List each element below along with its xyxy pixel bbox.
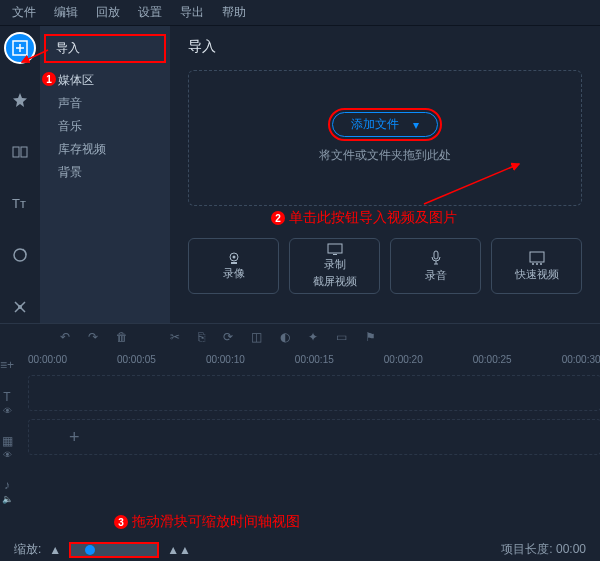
time-mark: 00:00:05: [117, 354, 156, 365]
card-label: 录音: [425, 268, 447, 283]
filters-tool-icon[interactable]: [4, 84, 36, 116]
svg-rect-9: [328, 244, 342, 253]
menu-file[interactable]: 文件: [12, 4, 36, 21]
menu-help[interactable]: 帮助: [222, 4, 246, 21]
split-icon[interactable]: ⎘: [198, 330, 205, 344]
card-label: 快速视频: [515, 267, 559, 282]
sidebar-item-sound[interactable]: 声音: [58, 92, 170, 115]
crop-icon[interactable]: ◫: [251, 330, 262, 344]
left-toolbar: Tт: [0, 26, 40, 323]
timeline-track[interactable]: [28, 375, 600, 411]
svg-rect-10: [333, 254, 337, 255]
audio-track-header[interactable]: ♪🔈: [2, 478, 13, 504]
svg-rect-8: [231, 262, 237, 264]
drop-zone[interactable]: 添加文件 ▾ 将文件或文件夹拖到此处 2 单击此按钮导入视频及图片: [188, 70, 582, 206]
annotation-hint-2: 3 拖动滑块可缩放时间轴视图: [114, 513, 586, 531]
svg-point-14: [536, 263, 538, 265]
annotation-hint-2-text: 拖动滑块可缩放时间轴视图: [132, 513, 300, 531]
bottom-bar: 3 拖动滑块可缩放时间轴视图 缩放: ▲ ▲▲ 项目长度: 00:00: [0, 505, 600, 561]
more-tools-icon[interactable]: [4, 291, 36, 323]
time-mark: 00:00:10: [206, 354, 245, 365]
track-headers: ≡+ T👁 ▦👁 ♪🔈: [0, 350, 14, 505]
project-length-value: 00:00: [556, 542, 586, 556]
timeline-track[interactable]: +: [28, 419, 600, 455]
add-file-label: 添加文件: [351, 116, 399, 133]
svg-point-13: [532, 263, 534, 265]
card-label: 录像: [223, 266, 245, 281]
sidebar-item-music[interactable]: 音乐: [58, 115, 170, 138]
drop-hint-text: 将文件或文件夹拖到此处: [319, 147, 451, 164]
delete-icon[interactable]: 🗑: [116, 330, 128, 344]
transitions-tool-icon[interactable]: [4, 136, 36, 168]
zoom-out-icon[interactable]: ▲: [49, 543, 61, 557]
zoom-knob[interactable]: [85, 545, 95, 555]
menu-settings[interactable]: 设置: [138, 4, 162, 21]
screen-icon: [327, 243, 343, 255]
record-audio-card[interactable]: 录音: [390, 238, 481, 294]
add-clip-icon[interactable]: +: [69, 427, 80, 448]
side-panel-header-label: 导入: [56, 41, 80, 55]
sidebar-item-stock[interactable]: 库存视频: [58, 138, 170, 161]
svg-point-5: [18, 305, 22, 309]
rotate-icon[interactable]: ⟳: [223, 330, 233, 344]
annotation-hint-1: 2 单击此按钮导入视频及图片: [271, 209, 457, 227]
svg-point-7: [232, 255, 235, 258]
mic-icon: [430, 250, 442, 266]
svg-rect-12: [530, 252, 544, 262]
svg-rect-11: [434, 251, 438, 259]
zoom-label: 缩放:: [14, 541, 41, 558]
add-file-button[interactable]: 添加文件 ▾: [332, 112, 438, 137]
content-title: 导入: [188, 38, 582, 56]
project-length: 项目长度: 00:00: [501, 541, 586, 558]
add-track-icon[interactable]: ≡+: [0, 358, 14, 372]
quick-video-card[interactable]: 快速视频: [491, 238, 582, 294]
svg-text:Tт: Tт: [12, 196, 26, 211]
svg-point-15: [540, 263, 542, 265]
card-label: 截屏视频: [313, 274, 357, 289]
svg-point-4: [14, 249, 26, 261]
timeline-tracks[interactable]: 00:00:00 00:00:05 00:00:10 00:00:15 00:0…: [14, 350, 600, 505]
time-mark: 00:00:15: [295, 354, 334, 365]
project-length-label: 项目长度:: [501, 542, 552, 556]
menu-edit[interactable]: 编辑: [54, 4, 78, 21]
time-ruler: 00:00:00 00:00:05 00:00:10 00:00:15 00:0…: [14, 350, 600, 369]
record-video-card[interactable]: 录像: [188, 238, 279, 294]
side-panel-items: 1 媒体区 声音 音乐 库存视频 背景: [40, 63, 170, 184]
main-area: Tт 导入 1 媒体区 声音 音乐 库存视频 背景 导入 添加文件 ▾ 将文件或…: [0, 26, 600, 323]
annotation-badge-2: 2: [271, 211, 285, 225]
import-tool-icon[interactable]: [4, 32, 36, 64]
side-panel-header[interactable]: 导入: [44, 34, 166, 63]
time-mark: 00:00:20: [384, 354, 423, 365]
capture-cards: 录像 录制 截屏视频 录音 快速视频: [188, 238, 582, 294]
sidebar-item-bg[interactable]: 背景: [58, 161, 170, 184]
stickers-tool-icon[interactable]: [4, 239, 36, 271]
cut-icon[interactable]: ✂: [170, 330, 180, 344]
sidebar-item-media[interactable]: 1 媒体区: [58, 69, 170, 92]
titles-tool-icon[interactable]: Tт: [4, 188, 36, 220]
zoom-control: 缩放: ▲ ▲▲: [14, 541, 191, 558]
menu-export[interactable]: 导出: [180, 4, 204, 21]
zoom-in-icon[interactable]: ▲▲: [167, 543, 191, 557]
color-icon[interactable]: ◐: [280, 330, 290, 344]
timeline-area: ↶ ↷ 🗑 ✂ ⎘ ⟳ ◫ ◐ ✦ ▭ ⚑ ≡+ T👁 ▦👁 ♪🔈 00:00:…: [0, 323, 600, 561]
clip-props-icon[interactable]: ▭: [336, 330, 347, 344]
zoom-slider[interactable]: [69, 542, 159, 558]
time-mark: 00:00:30: [562, 354, 600, 365]
timeline-body: ≡+ T👁 ▦👁 ♪🔈 00:00:00 00:00:05 00:00:10 0…: [0, 350, 600, 505]
redo-icon[interactable]: ↷: [88, 330, 98, 344]
chevron-down-icon: ▾: [413, 118, 419, 132]
top-menu: 文件 编辑 回放 设置 导出 帮助: [0, 0, 600, 26]
text-track-header[interactable]: T👁: [3, 390, 12, 416]
card-label: 录制: [324, 257, 346, 272]
svg-rect-2: [21, 147, 27, 157]
overlay-track-header[interactable]: ▦👁: [2, 434, 13, 460]
record-screen-card[interactable]: 录制 截屏视频: [289, 238, 380, 294]
camera-icon: [226, 252, 242, 264]
svg-rect-1: [13, 147, 19, 157]
side-panel: 导入 1 媒体区 声音 音乐 库存视频 背景: [40, 26, 170, 323]
wizard-icon[interactable]: ✦: [308, 330, 318, 344]
menu-playback[interactable]: 回放: [96, 4, 120, 21]
annotation-hint-1-text: 单击此按钮导入视频及图片: [289, 209, 457, 227]
undo-icon[interactable]: ↶: [60, 330, 70, 344]
marker-icon[interactable]: ⚑: [365, 330, 376, 344]
